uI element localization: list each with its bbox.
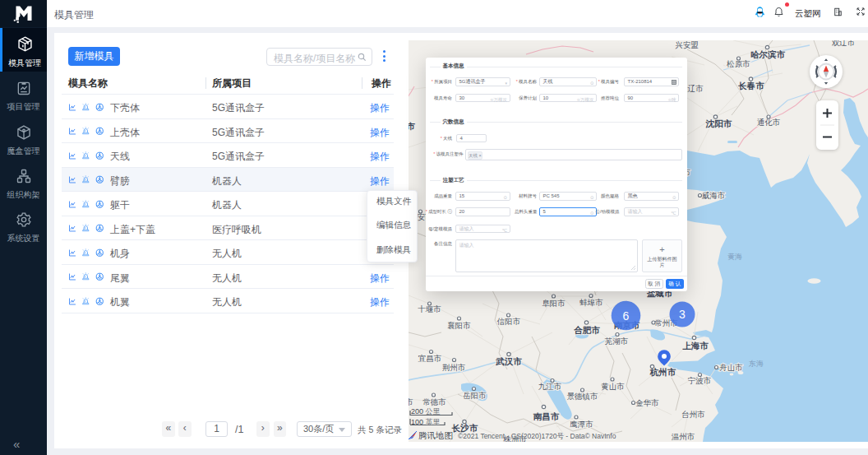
svg-text:黄海: 黄海	[727, 253, 742, 261]
svg-text:南昌市: 南昌市	[533, 411, 560, 421]
svg-text:3: 3	[679, 308, 686, 321]
svg-text:双辽市: 双辽市	[832, 40, 856, 47]
svg-text:九江市: 九江市	[538, 382, 562, 391]
svg-text:武汉市: 武汉市	[495, 356, 522, 366]
svg-text:阜阳市: 阜阳市	[542, 299, 566, 308]
svg-text:襄阳市: 襄阳市	[447, 321, 471, 330]
svg-text:鹰潭市: 鹰潭市	[570, 420, 593, 429]
svg-text:台州市: 台州市	[681, 410, 705, 419]
svg-text:景德镇市: 景德镇市	[567, 392, 599, 401]
svg-text:宁波市: 宁波市	[688, 376, 712, 385]
svg-text:岳阳市: 岳阳市	[462, 391, 487, 400]
svg-text:金华市: 金华市	[635, 398, 659, 407]
svg-text:十堰市: 十堰市	[418, 304, 441, 313]
svg-text:哈尔滨市: 哈尔滨市	[750, 49, 786, 59]
svg-text:舟山市: 舟山市	[719, 363, 743, 372]
svg-text:通化市: 通化市	[757, 118, 781, 127]
svg-text:荆州市: 荆州市	[442, 363, 466, 372]
svg-text:市: 市	[409, 122, 416, 131]
svg-text:黄山市: 黄山市	[601, 382, 625, 391]
svg-text:温州市: 温州市	[672, 432, 695, 441]
svg-text:合肥市: 合肥市	[573, 325, 600, 335]
svg-text:兴安盟: 兴安盟	[675, 40, 699, 49]
svg-text:芜湖市: 芜湖市	[604, 337, 629, 346]
svg-text:蚌埠市: 蚌埠市	[579, 298, 603, 307]
svg-text:信阳市: 信阳市	[496, 317, 521, 326]
svg-text:威海市: 威海市	[702, 191, 726, 200]
svg-text:常德市: 常德市	[422, 397, 446, 406]
svg-text:上海市: 上海市	[682, 341, 709, 351]
svg-text:长春市: 长春市	[737, 81, 764, 91]
svg-text:东海: 东海	[748, 360, 764, 368]
svg-text:沈阳市: 沈阳市	[705, 118, 732, 128]
svg-text:宜昌市: 宜昌市	[418, 354, 442, 363]
svg-text:6: 6	[623, 309, 630, 323]
svg-text:市: 市	[409, 397, 413, 406]
svg-text:松原市: 松原市	[726, 59, 750, 68]
